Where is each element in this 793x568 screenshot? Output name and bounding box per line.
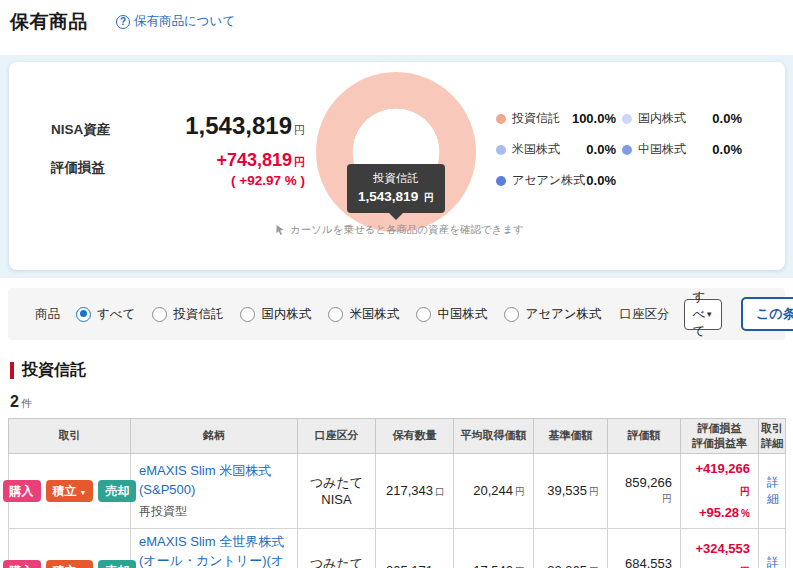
help-icon: ? xyxy=(116,15,130,29)
legend-item: 国内株式 0.0% xyxy=(622,110,742,127)
fund-cell: eMAXIS Slim 全世界株式(オール・カントリー)(オルカン) 再投資型 xyxy=(131,528,298,568)
fund-name-link[interactable]: eMAXIS Slim 米国株式(S&P500) xyxy=(139,462,289,500)
table-row: 購入 積立▼ 売却 eMAXIS Slim 全世界株式(オール・カントリー)(オ… xyxy=(9,528,786,568)
pl-cell: +419,266円 +95.28% xyxy=(681,453,759,528)
result-count: 2件 xyxy=(10,393,793,411)
page-title: 保有商品 xyxy=(10,9,88,35)
avg-price-cell: 17,546円 xyxy=(454,528,534,568)
dividend-type: 再投資型 xyxy=(139,503,289,520)
asset-legend: 投資信託 100.0% 国内株式 0.0% 米国株式 0.0% 中国株式 0.0… xyxy=(496,110,742,189)
donut-tooltip: 投資信託 1,543,819 円 xyxy=(347,164,445,213)
legend-item: 米国株式 0.0% xyxy=(496,141,616,158)
tsumitate-button[interactable]: 積立▼ xyxy=(46,560,94,568)
legend-item: 投資信託 100.0% xyxy=(496,110,616,127)
title-bar: 保有商品 ? 保有商品について xyxy=(0,0,793,55)
account-type-label: 口座区分 xyxy=(620,306,670,323)
tooltip-label: 投資信託 xyxy=(351,171,441,186)
account-cell: つみたてNISA xyxy=(298,453,376,528)
detail-cell: 詳細 xyxy=(759,528,786,568)
holdings-table: 取引 銘柄 口座区分 保有数量 平均取得価額 基準価額 評価額 評価損益評価損益… xyxy=(8,418,786,568)
legend-dot xyxy=(496,176,506,186)
col-avg-price: 平均取得価額 xyxy=(454,419,534,454)
summary-values: NISA資産 1,543,819円 評価損益 +743,819円 ( +92.9… xyxy=(51,112,305,188)
col-nav: 基準価額 xyxy=(534,419,608,454)
hover-note-text: カーソルを乗せると各商品の資産を確認できます xyxy=(290,223,524,237)
detail-link[interactable]: 詳細 xyxy=(767,475,779,506)
quantity-cell: 217,343口 xyxy=(376,453,454,528)
col-trade: 取引 xyxy=(9,419,131,454)
col-quantity: 保有数量 xyxy=(376,419,454,454)
chevron-down-icon: ▼ xyxy=(705,310,713,319)
sell-button[interactable]: 売却 xyxy=(98,560,136,568)
pl-label: 評価損益 xyxy=(51,150,147,188)
radio-button-icon xyxy=(152,307,167,322)
sell-button[interactable]: 売却 xyxy=(98,480,136,502)
detail-cell: 詳細 xyxy=(759,453,786,528)
asset-value: 1,543,819円 xyxy=(147,112,305,140)
hover-note: カーソルを乗せると各商品の資産を確認できます xyxy=(249,223,549,237)
radio-button-icon xyxy=(328,307,343,322)
radio-us-stock[interactable]: 米国株式 xyxy=(328,306,399,323)
actions-cell: 購入 積立▼ 売却 xyxy=(9,528,131,568)
account-cell: つみたてNISA xyxy=(298,528,376,568)
legend-dot xyxy=(496,145,506,155)
nav-cell: 39,535円 xyxy=(534,453,608,528)
value-cell: 859,266円 xyxy=(608,453,681,528)
radio-china-stock[interactable]: 中国株式 xyxy=(416,306,487,323)
radio-all[interactable]: すべて xyxy=(76,306,135,323)
account-type-select[interactable]: すべて ▼ xyxy=(684,299,723,330)
col-detail: 取引詳細 xyxy=(759,419,786,454)
about-holdings-link[interactable]: ? 保有商品について xyxy=(116,13,235,30)
legend-item: アセアン株式 0.0% xyxy=(496,172,616,189)
buy-button[interactable]: 購入 xyxy=(3,480,41,502)
col-fund-name: 銘柄 xyxy=(131,419,298,454)
pl-cell: +324,553円 +90.15% xyxy=(681,528,759,568)
legend-dot xyxy=(496,114,506,124)
radio-mutual-fund[interactable]: 投資信託 xyxy=(152,306,223,323)
buy-button[interactable]: 購入 xyxy=(3,560,41,568)
summary-band: NISA資産 1,543,819円 評価損益 +743,819円 ( +92.9… xyxy=(0,55,793,278)
detail-link[interactable]: 詳細 xyxy=(767,555,779,568)
legend-dot xyxy=(622,114,632,124)
tsumitate-button[interactable]: 積立▼ xyxy=(46,480,94,502)
apply-filter-button[interactable]: この条件で表示する xyxy=(741,297,793,331)
col-pl: 評価損益評価損益率 xyxy=(681,419,759,454)
product-filter-label: 商品 xyxy=(35,306,60,323)
legend-item: 中国株式 0.0% xyxy=(622,141,742,158)
radio-button-icon xyxy=(416,307,431,322)
pl-value: +743,819円 ( +92.97 % ) xyxy=(147,150,305,188)
avg-price-cell: 20,244円 xyxy=(454,453,534,528)
nisa-summary-card: NISA資産 1,543,819円 評価損益 +743,819円 ( +92.9… xyxy=(9,62,785,270)
fund-cell: eMAXIS Slim 米国株式(S&P500) 再投資型 xyxy=(131,453,298,528)
col-value: 評価額 xyxy=(608,419,681,454)
quantity-cell: 205,171口 xyxy=(376,528,454,568)
table-header-row: 取引 銘柄 口座区分 保有数量 平均取得価額 基準価額 評価額 評価損益評価損益… xyxy=(9,419,786,454)
chevron-down-icon: ▼ xyxy=(80,489,87,496)
radio-button-icon xyxy=(76,307,91,322)
actions-cell: 購入 積立▼ 売却 xyxy=(9,453,131,528)
radio-button-icon xyxy=(240,307,255,322)
asset-label: NISA資産 xyxy=(51,112,147,140)
fund-name-link[interactable]: eMAXIS Slim 全世界株式(オール・カントリー)(オルカン) xyxy=(139,533,289,568)
col-account: 口座区分 xyxy=(298,419,376,454)
table-row: 購入 積立▼ 売却 eMAXIS Slim 米国株式(S&P500) 再投資型 … xyxy=(9,453,786,528)
radio-button-icon xyxy=(504,307,519,322)
pl-percent: ( +92.97 % ) xyxy=(147,173,305,188)
radio-asean-stock[interactable]: アセアン株式 xyxy=(504,306,601,323)
section-title: 投資信託 xyxy=(22,360,86,381)
about-link-label: 保有商品について xyxy=(134,13,235,30)
section-accent-bar xyxy=(10,362,14,379)
value-cell: 684,553円 xyxy=(608,528,681,568)
cursor-icon xyxy=(274,224,286,236)
section-header: 投資信託 xyxy=(10,360,793,381)
legend-dot xyxy=(622,145,632,155)
nav-cell: 33,365円 xyxy=(534,528,608,568)
filter-bar: 商品 すべて 投資信託 国内株式 米国株式 中国株式 アセアン株式 口座区分 す… xyxy=(8,288,785,340)
radio-domestic-stock[interactable]: 国内株式 xyxy=(240,306,311,323)
